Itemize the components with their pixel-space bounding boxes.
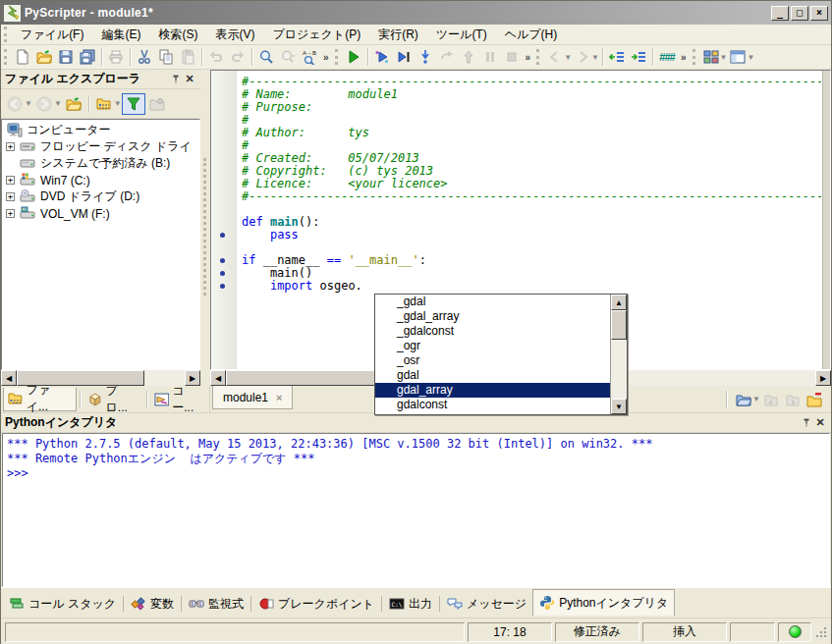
bottom-tab-0[interactable]: コール スタック [3,592,122,616]
explorer-forward-icon[interactable] [32,93,56,115]
autocomplete-item-4[interactable]: _osr [375,353,610,368]
autocomplete-item-1[interactable]: _gdal_array [375,309,610,324]
menu-item-0[interactable]: ファイル(F) [12,25,92,45]
navigate-forward-icon[interactable] [572,46,593,68]
run-to-cursor-icon[interactable] [458,46,479,68]
scroll-down-icon[interactable]: ▼ [611,399,627,414]
print-icon[interactable] [105,46,127,68]
bottom-tab-2[interactable]: 66監視式 [183,592,250,616]
tab-module1[interactable]: module1 × [212,386,293,409]
maximize-button[interactable]: □ [791,6,808,21]
tree-item-2[interactable]: システムで予約済み (B:) [2,155,199,172]
expand-icon[interactable]: + [6,142,15,151]
panel-close-icon[interactable]: ✕ [183,73,196,86]
explorer-hscrollbar[interactable]: ◀ ▶ [1,370,200,386]
layouts-caret-icon[interactable]: ▼ [720,53,728,62]
redo-icon[interactable] [227,46,249,68]
open-file-icon[interactable] [33,46,55,68]
stop-icon[interactable] [501,46,523,68]
expand-icon[interactable]: + [6,192,15,201]
scroll-right-icon[interactable]: ▶ [815,370,831,386]
debug-overflow-icon[interactable]: » [523,52,534,63]
explorer-back-icon[interactable] [3,93,27,115]
autocomplete-item-5[interactable]: gdal [375,368,610,383]
toolbar-overflow-icon[interactable]: » [320,52,332,63]
window-layout-caret-icon[interactable]: ▼ [747,53,754,62]
tree-item-3[interactable]: +Win7 (C:) [2,172,199,188]
recent-files-icon[interactable] [733,389,754,410]
navigate-back-icon[interactable] [544,46,566,68]
scroll-up-icon[interactable]: ▲ [611,295,627,310]
autocomplete-scrollbar[interactable]: ▲ ▼ [610,295,627,414]
recent-files-caret-icon[interactable]: ▼ [752,395,760,403]
code-area[interactable]: #---------------------------------------… [242,76,821,293]
search-icon[interactable] [255,46,277,68]
step-out-icon[interactable] [436,46,458,68]
menu-grip[interactable] [4,27,9,42]
toggle-comment-icon[interactable]: ### [656,46,678,68]
minimize-button[interactable]: _ [771,6,789,21]
toolbar-grip-4[interactable] [693,49,697,65]
bottom-tab-1[interactable]: 変数 [125,592,180,616]
panel-tab-1[interactable]: プロ... [83,388,143,411]
pin-icon[interactable] [169,73,183,86]
cut-icon[interactable] [134,46,155,68]
indent-icon[interactable] [628,46,649,68]
debug-icon[interactable] [371,46,393,68]
scroll-left-icon[interactable]: ◀ [210,370,226,386]
autocomplete-item-0[interactable]: _gdal [375,295,610,309]
step-into-icon[interactable] [393,46,415,68]
menu-item-6[interactable]: ツール(T) [427,25,496,45]
previous-tab-icon[interactable] [760,389,782,410]
menu-item-7[interactable]: ヘルプ(H) [496,25,567,45]
menu-item-4[interactable]: プロジェクト(P) [263,25,369,45]
tree-item-5[interactable]: +VOL_VM (F:) [2,205,199,222]
step-over-icon[interactable] [415,46,436,68]
tree-item-1[interactable]: +フロッピー ディスク ドライ [2,138,199,155]
explorer-open-icon[interactable] [62,93,85,115]
expand-icon[interactable]: + [6,176,15,185]
pyscripter-app-icon[interactable] [4,5,21,22]
pin-icon[interactable] [800,416,813,430]
scroll-left-icon[interactable]: ◀ [1,370,17,386]
panel-splitter[interactable] [200,70,210,386]
menu-item-1[interactable]: 編集(E) [92,25,149,45]
resize-grip[interactable] [814,625,827,638]
undo-icon[interactable] [205,46,227,68]
expand-icon[interactable]: + [6,209,15,218]
save-icon[interactable] [55,46,77,68]
bottom-tab-3[interactable]: ブレークポイント [252,592,380,616]
toolbar-grip-2[interactable] [335,49,340,65]
explorer-config-icon[interactable] [145,93,169,115]
pause-icon[interactable] [479,46,501,68]
panel-close-icon[interactable]: ✕ [813,416,827,430]
explorer-folders-caret-icon[interactable]: ▼ [114,99,122,108]
toolbar-grip-3[interactable] [536,49,541,65]
close-file-icon[interactable] [804,389,825,410]
window-layout-icon[interactable] [727,46,749,68]
panel-tab-0[interactable]: ファイ... [3,388,77,411]
bottom-tab-6[interactable]: Pythonインタプリタ [532,589,675,616]
autocomplete-item-2[interactable]: _gdalconst [375,324,610,339]
new-file-icon[interactable] [12,46,33,68]
autocomplete-item-3[interactable]: _ogr [375,339,610,353]
layouts-icon[interactable] [700,46,722,68]
editor-vscrollbar[interactable] [822,71,830,369]
toolbar-grip-1[interactable] [4,49,9,65]
menu-item-2[interactable]: 検索(S) [149,25,206,45]
autocomplete-item-7[interactable]: gdalconst [375,398,610,412]
next-tab-icon[interactable] [782,389,804,410]
tree-item-4[interactable]: +DVD ドライブ (D:) [2,188,199,205]
run-icon[interactable] [343,46,364,68]
edit-overflow-icon[interactable]: » [678,52,690,63]
panel-tab-2[interactable]: コー... [150,388,209,411]
interpreter-console[interactable]: *** Python 2.7.5 (default, May 15 2013, … [2,433,830,587]
unindent-icon[interactable] [606,46,628,68]
bottom-tab-4[interactable]: C:\出力 [383,592,438,616]
replace-icon[interactable]: A→B [299,46,320,68]
tab-close-icon[interactable]: × [276,392,282,403]
tree-item-0[interactable]: コンピューター [2,122,199,138]
menu-item-3[interactable]: 表示(V) [206,25,263,45]
menu-item-5[interactable]: 実行(R) [369,25,427,45]
bottom-tab-5[interactable]: メッセージ [441,592,532,616]
